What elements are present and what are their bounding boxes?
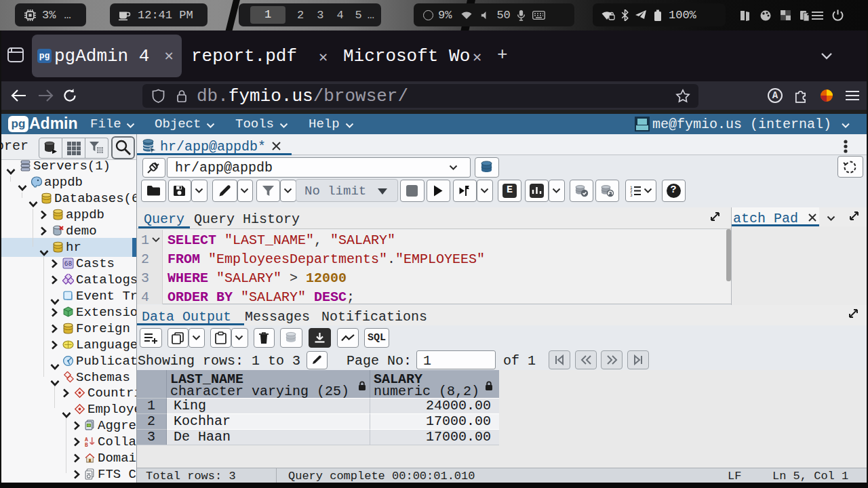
svg-text:68: 68: [64, 260, 73, 267]
svg-text:3: 3: [630, 192, 633, 197]
svg-text:B: B: [85, 442, 88, 447]
